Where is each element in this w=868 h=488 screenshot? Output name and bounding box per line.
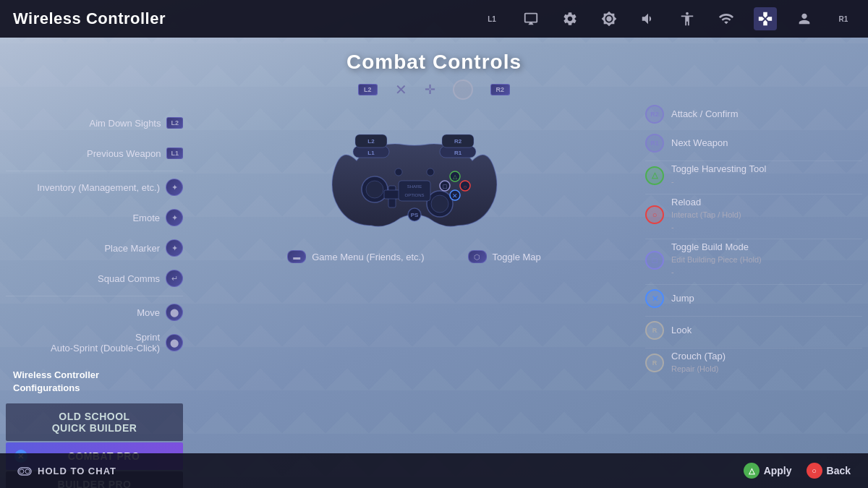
top-navigation-bar: Wireless Controller L1 bbox=[0, 0, 868, 38]
apply-triangle-btn: △ bbox=[744, 463, 760, 479]
place-marker-label: Place Marker bbox=[104, 243, 160, 254]
svg-rect-31 bbox=[25, 469, 30, 474]
inventory-icon-btn: ✦ bbox=[166, 179, 183, 196]
top-controller-badges: L2 ✕ ✛ R2 bbox=[0, 80, 868, 100]
game-menu-label-item: ▬ Game Menu (Friends, etc.) bbox=[287, 250, 424, 263]
full-controls-layout: Aim Down Sights L2 Previous Weapon L1 In… bbox=[0, 103, 868, 488]
next-weapon-text: Next Weapon bbox=[671, 137, 728, 150]
mapping-crouch-repair: R Crouch (Tap)Repair (Hold) bbox=[645, 351, 862, 375]
mapping-next-weapon: R1 Next Weapon bbox=[645, 132, 862, 155]
harvesting-tool-text: Toggle Harvesting Tool- bbox=[671, 163, 766, 188]
gear-nav-icon[interactable] bbox=[558, 7, 582, 30]
sprint-icon-btn: ⬤ bbox=[166, 334, 183, 351]
game-menu-label-text: Game Menu (Friends, etc.) bbox=[312, 252, 424, 262]
circle-icon-center bbox=[453, 80, 473, 100]
sprint-label: SprintAuto-Sprint (Double-Click) bbox=[51, 332, 160, 354]
svg-point-25 bbox=[395, 168, 402, 176]
svg-point-9 bbox=[366, 181, 383, 198]
svg-text:L1: L1 bbox=[367, 150, 375, 156]
account-nav-icon[interactable] bbox=[793, 7, 816, 30]
svg-text:PS: PS bbox=[410, 212, 418, 218]
r-divider-1 bbox=[645, 160, 862, 161]
r-divider-3 bbox=[645, 239, 862, 239]
l2-top-badge: L2 bbox=[358, 84, 378, 95]
svg-text:□: □ bbox=[443, 183, 447, 190]
mapping-squad-comms: Squad Comms ↵ bbox=[6, 265, 183, 291]
left-mappings-group: Aim Down Sights L2 Previous Weapon L1 In… bbox=[6, 103, 183, 356]
monitor-nav-icon[interactable] bbox=[519, 7, 542, 30]
svg-point-11 bbox=[431, 195, 448, 213]
r-stick-badge-crouch: R bbox=[645, 354, 664, 372]
triangle-badge-wrap: △ bbox=[645, 166, 664, 185]
previous-weapon-label: Previous Weapon bbox=[87, 148, 161, 159]
mapping-reload-interact: ○ ReloadInteract (Tap / Hold)- bbox=[645, 197, 862, 234]
cross-icon-center: ✕ bbox=[395, 81, 407, 98]
toggle-map-icon: ⬡ bbox=[468, 250, 487, 263]
controller-nav-icon[interactable] bbox=[754, 7, 777, 30]
r-divider-6 bbox=[645, 348, 862, 348]
squad-comms-icon-btn: ↵ bbox=[166, 270, 183, 287]
brightness-nav-icon[interactable] bbox=[597, 7, 621, 30]
svg-text:L2: L2 bbox=[367, 138, 375, 145]
l2-badge: L2 bbox=[166, 117, 183, 129]
emote-icon-btn: ✦ bbox=[166, 209, 183, 226]
apply-action[interactable]: △ Apply bbox=[744, 463, 792, 479]
toggle-map-label-item: ⬡ Toggle Map bbox=[468, 250, 541, 263]
svg-rect-29 bbox=[18, 468, 31, 475]
accessibility-nav-icon[interactable] bbox=[676, 7, 699, 30]
sidebar-item-old-school[interactable]: OLD SCHOOLQUICK BUILDER bbox=[6, 403, 183, 441]
aim-down-sights-label: Aim Down Sights bbox=[90, 118, 161, 129]
right-panel: R2 Attack / Confirm R1 Next Weapon △ Tog… bbox=[645, 103, 862, 381]
svg-text:R2: R2 bbox=[454, 138, 461, 145]
square-badge: □ bbox=[645, 251, 664, 270]
r1-badge: R1 bbox=[645, 134, 664, 153]
main-content-area: Combat Controls L2 ✕ ✛ R2 Aim Down Sight… bbox=[0, 38, 868, 453]
svg-text:OPTIONS: OPTIONS bbox=[404, 193, 424, 197]
build-mode-text: Toggle Build ModeEdit Building Piece (Ho… bbox=[671, 241, 762, 278]
svg-text:✕: ✕ bbox=[452, 192, 458, 200]
triangle-badge: △ bbox=[645, 166, 664, 185]
place-marker-icon-btn: ✦ bbox=[166, 239, 183, 257]
mapping-build-mode: □ Toggle Build ModeEdit Building Piece (… bbox=[645, 241, 862, 278]
sidebar-heading: Wireless ControllerConfigurations bbox=[6, 369, 183, 395]
r2-top-badge: R2 bbox=[490, 84, 511, 95]
toggle-map-label-text: Toggle Map bbox=[493, 252, 541, 262]
controller-svg: L1 R1 L2 R2 bbox=[313, 103, 516, 247]
crouch-repair-text: Crouch (Tap)Repair (Hold) bbox=[671, 351, 726, 375]
circle-badge: ○ bbox=[645, 205, 664, 224]
r1-badge-wrap: R1 bbox=[645, 134, 664, 153]
move-label: Move bbox=[137, 307, 160, 318]
mapping-sprint: SprintAuto-Sprint (Double-Click) ⬤ bbox=[6, 330, 183, 356]
cross-badge-wrap: ✕ bbox=[645, 289, 664, 308]
r1-nav-badge: R1 bbox=[832, 7, 855, 30]
divider-1 bbox=[6, 171, 183, 171]
l1-nav-badge: L1 bbox=[480, 7, 503, 30]
look-text: Look bbox=[671, 325, 692, 337]
mapping-previous-weapon: Previous Weapon L1 bbox=[6, 140, 183, 166]
controller-svg-container: L1 R1 L2 R2 bbox=[313, 103, 516, 247]
inventory-label: Inventory (Management, etc.) bbox=[37, 182, 160, 193]
page-title-bar: Wireless Controller bbox=[13, 9, 166, 28]
reload-interact-text: ReloadInteract (Tap / Hold)- bbox=[671, 197, 741, 234]
mapping-harvesting-tool: △ Toggle Harvesting Tool- bbox=[645, 163, 862, 188]
mapping-inventory: Inventory (Management, etc.) ✦ bbox=[6, 174, 183, 200]
square-badge-wrap: □ bbox=[645, 251, 664, 270]
r-divider-5 bbox=[645, 316, 862, 317]
center-column: L1 R1 L2 R2 bbox=[183, 103, 645, 263]
r-stick-badge-look: R bbox=[645, 321, 664, 340]
svg-rect-13 bbox=[384, 190, 400, 199]
r2-badge-wrap: R2 bbox=[645, 105, 664, 124]
mapping-aim-down-sights: Aim Down Sights L2 bbox=[6, 110, 183, 136]
svg-text:△: △ bbox=[453, 174, 458, 180]
r-divider-4 bbox=[645, 284, 862, 285]
back-action[interactable]: ○ Back bbox=[807, 463, 851, 479]
network-nav-icon[interactable] bbox=[715, 7, 738, 30]
bottom-bar: HOLD TO CHAT △ Apply ○ Back bbox=[0, 453, 868, 488]
r-divider-2 bbox=[645, 194, 862, 194]
r-stick-badge-wrap-look: R bbox=[645, 321, 664, 340]
circle-badge-wrap: ○ bbox=[645, 205, 664, 224]
attack-confirm-text: Attack / Confirm bbox=[671, 108, 738, 121]
nav-icon-group: L1 bbox=[480, 7, 855, 30]
r2-badge: R2 bbox=[645, 105, 664, 124]
audio-nav-icon[interactable] bbox=[637, 7, 660, 30]
